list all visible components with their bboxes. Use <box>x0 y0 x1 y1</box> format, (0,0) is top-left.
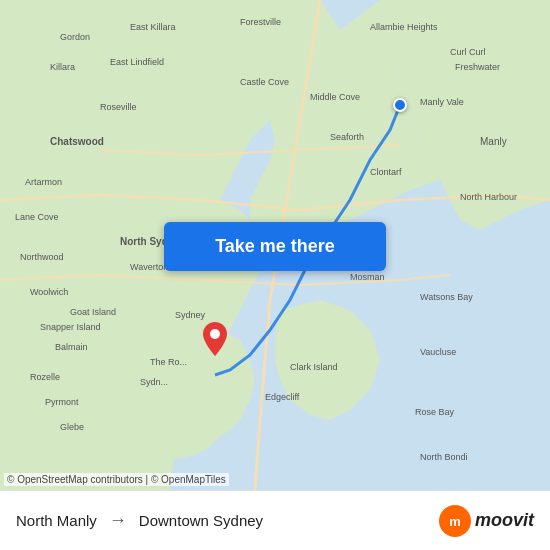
svg-text:Edgecliff: Edgecliff <box>265 392 300 402</box>
svg-text:Woolwich: Woolwich <box>30 287 68 297</box>
svg-text:Rose Bay: Rose Bay <box>415 407 455 417</box>
svg-text:Freshwater: Freshwater <box>455 62 500 72</box>
svg-text:Allambie Heights: Allambie Heights <box>370 22 438 32</box>
destination-marker <box>203 322 227 360</box>
svg-text:Artarmon: Artarmon <box>25 177 62 187</box>
svg-text:Balmain: Balmain <box>55 342 88 352</box>
svg-text:Northwood: Northwood <box>20 252 64 262</box>
svg-text:East Killara: East Killara <box>130 22 176 32</box>
svg-text:Watsons Bay: Watsons Bay <box>420 292 473 302</box>
svg-text:Vaucluse: Vaucluse <box>420 347 456 357</box>
svg-text:Roseville: Roseville <box>100 102 137 112</box>
map-attribution: © OpenStreetMap contributors | © OpenMap… <box>4 473 229 486</box>
svg-text:Middle Cove: Middle Cove <box>310 92 360 102</box>
svg-text:Killara: Killara <box>50 62 75 72</box>
svg-text:m: m <box>449 514 461 529</box>
svg-text:Glebe: Glebe <box>60 422 84 432</box>
moovit-text: moovit <box>475 510 534 531</box>
map-container: Gordon East Killara Forestville Allambie… <box>0 0 550 490</box>
svg-text:East Lindfield: East Lindfield <box>110 57 164 67</box>
svg-point-53 <box>210 329 220 339</box>
svg-text:Sydney: Sydney <box>175 310 206 320</box>
svg-point-8 <box>50 325 150 395</box>
svg-text:Goat Island: Goat Island <box>70 307 116 317</box>
svg-text:Forestville: Forestville <box>240 17 281 27</box>
svg-text:North Harbour: North Harbour <box>460 192 517 202</box>
svg-text:Chatswood: Chatswood <box>50 136 104 147</box>
svg-text:Manly Vale: Manly Vale <box>420 97 464 107</box>
svg-text:Pyrmont: Pyrmont <box>45 397 79 407</box>
from-location: North Manly <box>16 512 97 529</box>
svg-text:Snapper Island: Snapper Island <box>40 322 101 332</box>
svg-text:The Ro...: The Ro... <box>150 357 187 367</box>
svg-text:Gordon: Gordon <box>60 32 90 42</box>
svg-text:North Bondi: North Bondi <box>420 452 468 462</box>
moovit-icon: m <box>439 505 471 537</box>
svg-text:Lane Cove: Lane Cove <box>15 212 59 222</box>
svg-point-7 <box>100 400 220 460</box>
svg-text:Clontarf: Clontarf <box>370 167 402 177</box>
svg-text:Rozelle: Rozelle <box>30 372 60 382</box>
moovit-logo: m moovit <box>439 505 534 537</box>
arrow-icon: → <box>109 510 127 531</box>
svg-text:Castle Cove: Castle Cove <box>240 77 289 87</box>
svg-text:Manly: Manly <box>480 136 507 147</box>
take-me-there-button[interactable]: Take me there <box>164 222 386 271</box>
svg-text:Seaforth: Seaforth <box>330 132 364 142</box>
svg-point-11 <box>112 288 148 312</box>
footer: North Manly → Downtown Sydney m moovit <box>0 490 550 550</box>
svg-text:Waverton: Waverton <box>130 262 168 272</box>
to-location: Downtown Sydney <box>139 512 263 529</box>
origin-marker <box>393 98 407 112</box>
svg-text:Sydn...: Sydn... <box>140 377 168 387</box>
svg-text:Clark Island: Clark Island <box>290 362 338 372</box>
svg-text:Curl Curl: Curl Curl <box>450 47 486 57</box>
svg-text:Mosman: Mosman <box>350 272 385 282</box>
